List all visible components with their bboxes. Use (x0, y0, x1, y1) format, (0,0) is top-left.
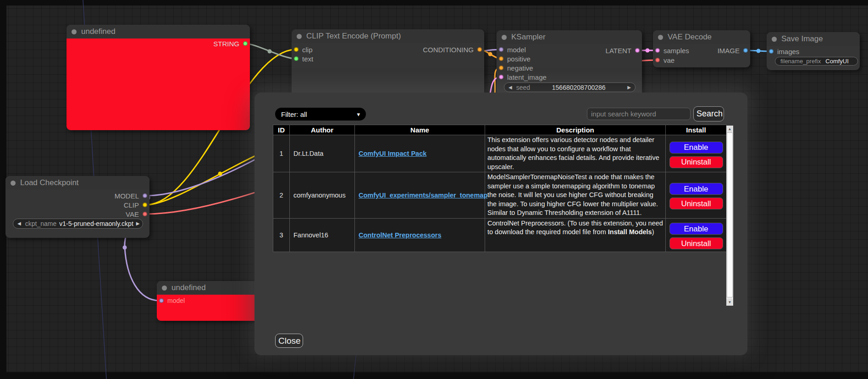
output-slot-conditioning[interactable]: CONDITIONING (423, 45, 482, 54)
search-input[interactable] (587, 108, 691, 120)
vae-slot-dot[interactable] (655, 58, 660, 62)
extension-install-cell: EnableUninstall (666, 218, 727, 252)
node-undefined-bottom[interactable]: undefined model (157, 281, 259, 321)
collapse-dot-icon[interactable] (658, 35, 663, 40)
image-slot-dot[interactable] (769, 49, 774, 54)
node-undefined-top[interactable]: undefined STRING (66, 25, 250, 130)
node-header[interactable]: Load Checkpoint (6, 176, 149, 190)
enable-button[interactable]: Enable (669, 223, 723, 235)
enable-button[interactable]: Enable (669, 183, 723, 195)
search-button[interactable]: Search (693, 106, 724, 121)
string-slot-dot[interactable] (243, 41, 248, 46)
scrollbar[interactable]: ▲ ▼ (726, 126, 733, 306)
collapse-dot-icon[interactable] (11, 181, 16, 186)
input-slot-model[interactable]: model (159, 296, 185, 305)
extension-row: 2comfyanonymousComfyUI_experiments/sampl… (273, 172, 727, 219)
col-header-install: Install (666, 125, 727, 135)
vae-slot-dot[interactable] (143, 212, 147, 216)
conditioning-slot-dot[interactable] (477, 47, 482, 52)
model-slot-dot[interactable] (143, 193, 147, 198)
extension-id: 1 (273, 135, 290, 172)
clip-slot-dot[interactable] (143, 203, 147, 207)
extension-description: ModelSamplerTonemapNoiseTest a node that… (485, 172, 666, 219)
extension-link[interactable]: ComfyUI Impact Pack (359, 150, 426, 157)
model-slot-dot[interactable] (499, 47, 503, 52)
node-header[interactable]: VAE Decode (653, 30, 750, 44)
node-header[interactable]: KSampler (497, 30, 642, 44)
output-slot-image[interactable]: IMAGE (718, 46, 748, 55)
node-header[interactable]: undefined (66, 25, 250, 38)
clip-slot-dot[interactable] (294, 47, 299, 52)
latent-slot-dot[interactable] (499, 75, 503, 79)
node-title: Load Checkpoint (20, 178, 79, 187)
node-vae-decode[interactable]: VAE Decode samples vae IMAGE (653, 30, 750, 67)
extension-install-cell: EnableUninstall (666, 135, 727, 172)
filter-dropdown[interactable]: Filter: all ▾ (275, 108, 366, 121)
extension-link[interactable]: ComfyUI_experiments/sampler_tonemap (359, 192, 487, 199)
output-slot-clip[interactable]: CLIP (124, 200, 147, 209)
filter-dropdown-label: Filter: all (281, 110, 307, 118)
output-slot-vae[interactable]: VAE (126, 209, 147, 219)
scroll-up-icon[interactable]: ▲ (726, 126, 733, 132)
image-slot-dot[interactable] (743, 48, 748, 53)
collapse-dot-icon[interactable] (72, 29, 77, 34)
ckpt-name-widget[interactable]: ◀ ckpt_name v1-5-pruned-emaonly.ckpt ▶ (13, 219, 143, 229)
input-slot-latent-image[interactable]: latent_image (499, 72, 547, 82)
extension-name-cell: ComfyUI_experiments/sampler_tonemap (355, 172, 485, 219)
scroll-down-icon[interactable]: ▼ (726, 299, 733, 306)
node-title: KSampler (511, 33, 546, 42)
manager-dialog: Filter: all ▾ Search ID Author Name Desc… (254, 93, 747, 355)
scrollbar-thumb[interactable] (727, 132, 733, 297)
node-load-checkpoint[interactable]: Load Checkpoint MODEL CLIP VAE ◀ ckpt_na… (6, 176, 149, 238)
input-slot-clip[interactable]: clip (294, 45, 313, 54)
conditioning-slot-dot[interactable] (499, 56, 503, 61)
extension-id: 3 (273, 218, 290, 252)
model-slot-dot[interactable] (159, 298, 164, 303)
collapse-dot-icon[interactable] (502, 35, 507, 40)
input-slot-negative[interactable]: negative (499, 63, 533, 72)
input-slot-text[interactable]: text (294, 54, 313, 63)
extension-link[interactable]: ControlNet Preprocessors (359, 231, 442, 239)
latent-slot-dot[interactable] (635, 48, 640, 53)
uninstall-button[interactable]: Uninstall (669, 237, 723, 249)
widget-decrement-arrow[interactable]: ◀ (509, 85, 512, 90)
extension-author: comfyanonymous (290, 172, 355, 219)
collapse-dot-icon[interactable] (297, 34, 302, 39)
enable-button[interactable]: Enable (669, 142, 723, 154)
node-header[interactable]: Save Image (767, 32, 860, 46)
widget-increment-arrow[interactable]: ▶ (136, 221, 140, 226)
node-header[interactable]: CLIP Text Encode (Prompt) (292, 29, 484, 43)
latent-slot-dot[interactable] (655, 48, 660, 53)
widget-increment-arrow[interactable]: ▶ (627, 85, 631, 90)
close-button[interactable]: Close (275, 334, 303, 348)
node-save-image[interactable]: Save Image images filename_prefix ComfyU… (767, 32, 860, 70)
text-slot-dot[interactable] (294, 56, 299, 61)
input-slot-samples[interactable]: samples (655, 46, 689, 55)
node-header[interactable]: undefined (157, 281, 259, 295)
extension-row: 1Dr.Lt.DataComfyUI Impact PackThis exten… (273, 135, 727, 172)
node-body-error (66, 38, 250, 130)
collapse-dot-icon[interactable] (162, 286, 167, 291)
uninstall-button[interactable]: Uninstall (669, 156, 723, 168)
output-slot-model[interactable]: MODEL (115, 191, 147, 200)
output-slot-string[interactable]: STRING (213, 39, 248, 48)
output-slot-latent[interactable]: LATENT (606, 46, 640, 55)
input-slot-images[interactable]: images (769, 47, 799, 56)
filename-prefix-widget[interactable]: filename_prefix ComfyUI (775, 57, 858, 66)
comfyui-canvas[interactable]: undefined STRING CLIP Text Encode (Promp… (0, 0, 868, 379)
input-slot-model[interactable]: model (499, 45, 526, 54)
node-title: Save Image (781, 34, 823, 44)
input-slot-positive[interactable]: positive (499, 54, 531, 63)
node-title: VAE Decode (668, 33, 712, 42)
table-header-row: ID Author Name Description Install (273, 125, 727, 135)
seed-widget[interactable]: ◀ seed 156680208700286 ▶ (504, 82, 636, 92)
extension-description: This extension offers various detector n… (485, 135, 666, 172)
extension-name-cell: ControlNet Preprocessors (355, 218, 485, 252)
conditioning-slot-dot[interactable] (499, 66, 503, 70)
extensions-table-container: ID Author Name Description Install 1Dr.L… (273, 125, 733, 306)
input-slot-vae[interactable]: vae (655, 55, 674, 65)
extension-row: 3Fannovel16ControlNet PreprocessorsContr… (273, 218, 727, 252)
collapse-dot-icon[interactable] (772, 37, 777, 42)
widget-decrement-arrow[interactable]: ◀ (17, 221, 21, 226)
uninstall-button[interactable]: Uninstall (669, 198, 723, 209)
